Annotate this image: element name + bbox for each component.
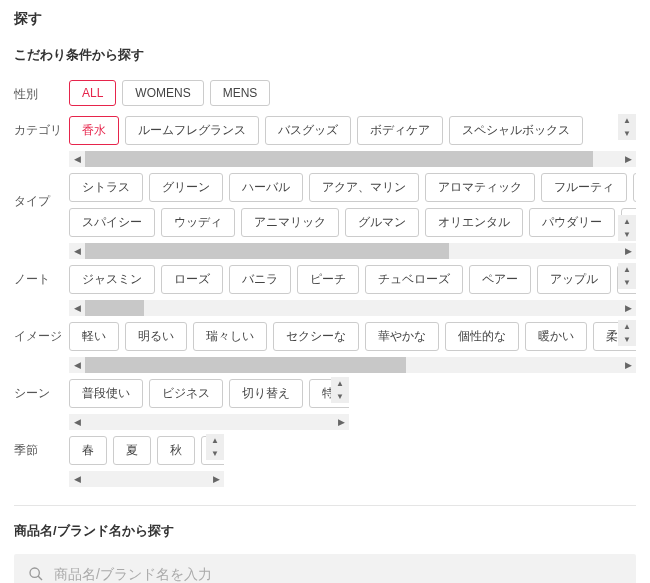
spinner-down-icon[interactable]: ▼ [618,333,636,346]
spinner-down-icon[interactable]: ▼ [618,228,636,241]
chip-note-4[interactable]: チュベローズ [365,265,463,294]
scroll-right-icon[interactable]: ▶ [333,414,349,430]
chip-type-0[interactable]: スパイシー [69,208,155,237]
filter-row-note: ノート ジャスミンローズバニラピーチチュベローズペアーアップル金木犀紅茶ベリー … [14,263,636,316]
spinner-down-icon[interactable]: ▼ [206,447,224,460]
chip-type-2[interactable]: ハーバル [229,173,303,202]
chip-season-1[interactable]: 夏 [113,436,151,465]
chip-type-5[interactable]: パウダリー [529,208,615,237]
filter-label-image: イメージ [14,320,69,345]
page-title: 探す [14,10,636,28]
chip-type-5[interactable]: フルーティ [541,173,627,202]
filter-label-season: 季節 [14,434,69,459]
filter-label-scene: シーン [14,377,69,402]
spinner-season: ▲ ▼ [206,434,224,460]
chip-category-0[interactable]: 香水 [69,116,119,145]
chip-image-1[interactable]: 明るい [125,322,187,351]
chip-scene-0[interactable]: 普段使い [69,379,143,408]
spinner-up-icon[interactable]: ▲ [618,263,636,276]
scroll-right-icon[interactable]: ▶ [620,243,636,259]
chip-type-3[interactable]: アクア、マリン [309,173,419,202]
scroll-right-icon[interactable]: ▶ [620,357,636,373]
scroll-left-icon[interactable]: ◀ [69,357,85,373]
chip-gender-0[interactable]: ALL [69,80,116,106]
chip-note-5[interactable]: ペアー [469,265,531,294]
chip-image-2[interactable]: 瑞々しい [193,322,267,351]
filter-row-season: 季節 春夏秋冬 ▲ ▼ ◀ ▶ [14,434,636,487]
scroll-right-icon[interactable]: ▶ [620,300,636,316]
spinner-up-icon[interactable]: ▲ [206,434,224,447]
chip-type-0[interactable]: シトラス [69,173,143,202]
chip-type-6[interactable]: フローラル [633,173,636,202]
chip-type-4[interactable]: アロマティック [425,173,535,202]
spinner-down-icon[interactable]: ▼ [618,276,636,289]
filter-row-category: カテゴリ 香水ルームフレグランスバスグッズボディケアスペシャルボックス ▲ ▼ … [14,114,636,167]
chip-note-3[interactable]: ピーチ [297,265,359,294]
chip-type-1[interactable]: ウッディ [161,208,235,237]
spinner-up-icon[interactable]: ▲ [618,320,636,333]
chip-category-2[interactable]: バスグッズ [265,116,351,145]
chip-type-3[interactable]: グルマン [345,208,419,237]
scroll-right-icon[interactable]: ▶ [208,471,224,487]
chips-category: 香水ルームフレグランスバスグッズボディケアスペシャルボックス ▲ ▼ [69,114,636,149]
scrollbar-type[interactable]: ◀ ▶ [69,243,636,259]
scroll-right-icon[interactable]: ▶ [620,151,636,167]
scroll-thumb[interactable] [85,357,406,373]
chip-season-2[interactable]: 秋 [157,436,195,465]
chip-season-0[interactable]: 春 [69,436,107,465]
spinner-up-icon[interactable]: ▲ [618,114,636,127]
chip-scene-2[interactable]: 切り替え [229,379,303,408]
svg-point-0 [30,568,39,577]
chip-note-2[interactable]: バニラ [229,265,291,294]
scroll-left-icon[interactable]: ◀ [69,471,85,487]
scroll-left-icon[interactable]: ◀ [69,414,85,430]
chips-gender: ALLWOMENSMENS [69,78,636,110]
scroll-left-icon[interactable]: ◀ [69,300,85,316]
filter-label-type: タイプ [14,171,69,210]
chips-scene: 普段使いビジネス切り替え特別な時 ▲ ▼ [69,377,349,412]
scroll-left-icon[interactable]: ◀ [69,151,85,167]
spinner-down-icon[interactable]: ▼ [618,127,636,140]
filter-row-scene: シーン 普段使いビジネス切り替え特別な時 ▲ ▼ ◀ ▶ [14,377,636,430]
filter-label-gender: 性別 [14,78,69,103]
filter-section-title: こだわり条件から探す [14,46,636,64]
spinner-down-icon[interactable]: ▼ [331,390,349,403]
scroll-left-icon[interactable]: ◀ [69,243,85,259]
spinner-up-icon[interactable]: ▲ [331,377,349,390]
scroll-thumb[interactable] [85,151,593,167]
scrollbar-note[interactable]: ◀ ▶ [69,300,636,316]
scrollbar-image[interactable]: ◀ ▶ [69,357,636,373]
spinner-image: ▲ ▼ [618,320,636,346]
scroll-thumb[interactable] [85,300,144,316]
search-box[interactable] [14,554,636,583]
chip-image-5[interactable]: 個性的な [445,322,519,351]
chip-scene-1[interactable]: ビジネス [149,379,223,408]
chip-image-4[interactable]: 華やかな [365,322,439,351]
chip-gender-2[interactable]: MENS [210,80,271,106]
chip-type-2[interactable]: アニマリック [241,208,339,237]
chip-gender-1[interactable]: WOMENS [122,80,203,106]
filter-row-gender: 性別 ALLWOMENSMENS [14,78,636,110]
chip-note-1[interactable]: ローズ [161,265,223,294]
chip-note-6[interactable]: アップル [537,265,611,294]
chip-note-0[interactable]: ジャスミン [69,265,155,294]
scrollbar-category[interactable]: ◀ ▶ [69,151,636,167]
scrollbar-scene[interactable]: ◀ ▶ [69,414,349,430]
chip-image-3[interactable]: セクシーな [273,322,359,351]
chip-type-4[interactable]: オリエンタル [425,208,523,237]
filter-label-note: ノート [14,263,69,288]
chips-image: 軽い明るい瑞々しいセクシーな華やかな個性的な暖かい柔らかな重いダークな ▲ ▼ [69,320,636,355]
filter-row-type: タイプ シトラスグリーンハーバルアクア、マリンアロマティックフルーティフローラル… [14,171,636,259]
chips-note: ジャスミンローズバニラピーチチュベローズペアーアップル金木犀紅茶ベリー ▲ ▼ [69,263,636,298]
scrollbar-season[interactable]: ◀ ▶ [69,471,224,487]
search-input[interactable] [54,566,622,582]
spinner-up-icon[interactable]: ▲ [618,215,636,228]
chip-category-4[interactable]: スペシャルボックス [449,116,583,145]
spinner-scene: ▲ ▼ [331,377,349,403]
chip-image-6[interactable]: 暖かい [525,322,587,351]
chip-category-3[interactable]: ボディケア [357,116,443,145]
chip-category-1[interactable]: ルームフレグランス [125,116,259,145]
chip-image-0[interactable]: 軽い [69,322,119,351]
scroll-thumb[interactable] [85,243,449,259]
chip-type-1[interactable]: グリーン [149,173,223,202]
